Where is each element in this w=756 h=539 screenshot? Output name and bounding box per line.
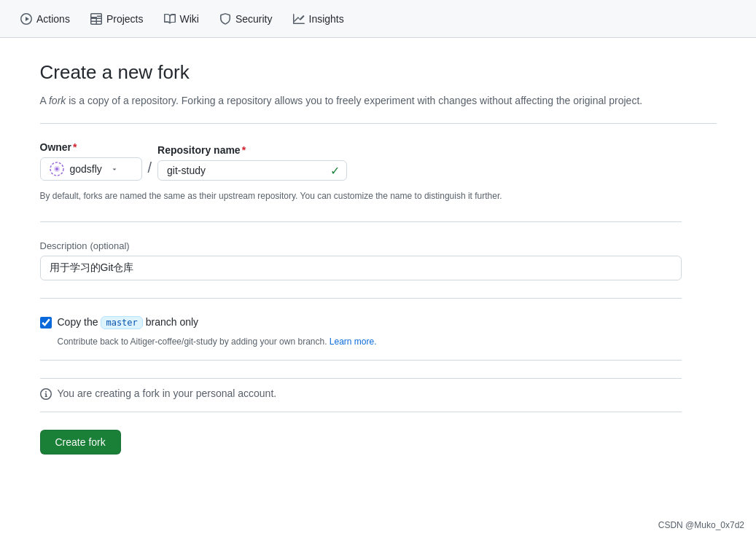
top-nav: Actions Projects Wiki Security (0, 0, 756, 38)
owner-required: * (73, 141, 77, 153)
nav-item-projects[interactable]: Projects (82, 7, 152, 31)
nav-security-label: Security (235, 13, 273, 25)
nav-item-security[interactable]: Security (211, 7, 281, 31)
path-separator: / (148, 160, 152, 181)
copy-branch-help: Contribute back to Aitiger-coffee/git-st… (58, 335, 717, 348)
repo-name-input-wrapper: ✓ (157, 160, 347, 181)
page-description: A fork is a copy of a repository. Forkin… (40, 93, 717, 109)
description-label: Description (optional) (40, 240, 717, 251)
branch-badge: master (101, 316, 142, 329)
repo-name-help: By default, forks are named the same as … (40, 189, 682, 203)
learn-more-link[interactable]: Learn more. (330, 337, 377, 347)
owner-label: Owner* (40, 141, 142, 153)
graph-icon (293, 13, 305, 25)
owner-group: Owner* godsfly (40, 141, 142, 181)
checkbox-divider (40, 298, 682, 299)
repo-name-label: Repository name* (157, 144, 347, 156)
nav-item-insights[interactable]: Insights (284, 7, 353, 31)
desc-suffix: is a copy of a repository. Forking a rep… (66, 95, 642, 106)
copy-branch-checkbox[interactable] (40, 317, 52, 328)
nav-item-actions[interactable]: Actions (12, 7, 79, 31)
owner-repo-row: Owner* godsfly / Repository name* (40, 141, 717, 181)
shield-icon (219, 13, 231, 25)
copy-branch-label: Copy the master branch only (58, 316, 199, 329)
nav-wiki-label: Wiki (180, 13, 199, 25)
description-input[interactable] (40, 256, 682, 280)
page-title: Create a new fork (40, 61, 717, 84)
copy-branch-row: Copy the master branch only (40, 316, 717, 329)
nav-actions-label: Actions (36, 13, 70, 25)
owner-value: godsfly (70, 163, 102, 175)
nav-projects-label: Projects (106, 13, 144, 25)
info-box: You are creating a fork in your personal… (40, 378, 682, 412)
top-divider (40, 123, 717, 124)
nav-item-wiki[interactable]: Wiki (155, 7, 208, 31)
info-divider (40, 360, 682, 361)
play-circle-icon (20, 13, 32, 25)
repo-required: * (242, 144, 246, 156)
info-text: You are creating a fork in your personal… (58, 387, 277, 399)
valid-check-icon: ✓ (330, 164, 340, 178)
owner-select[interactable]: godsfly (40, 157, 142, 181)
main-content: Create a new fork A fork is a copy of a … (28, 38, 728, 478)
desc-prefix: A (40, 95, 49, 106)
book-icon (164, 13, 176, 25)
info-icon (40, 388, 52, 403)
desc-divider (40, 221, 682, 222)
owner-avatar-icon (50, 162, 64, 176)
chevron-down-icon (111, 165, 118, 173)
nav-insights-label: Insights (309, 13, 344, 25)
svg-point-2 (55, 168, 58, 170)
desc-fork-word: fork (49, 95, 66, 106)
create-fork-button[interactable]: Create fork (40, 430, 121, 455)
repo-name-input[interactable] (157, 160, 347, 181)
repo-name-group: Repository name* ✓ (157, 144, 347, 181)
table-icon (90, 13, 102, 25)
description-group: Description (optional) (40, 240, 717, 280)
copy-branch-section: Copy the master branch only Contribute b… (40, 316, 717, 348)
